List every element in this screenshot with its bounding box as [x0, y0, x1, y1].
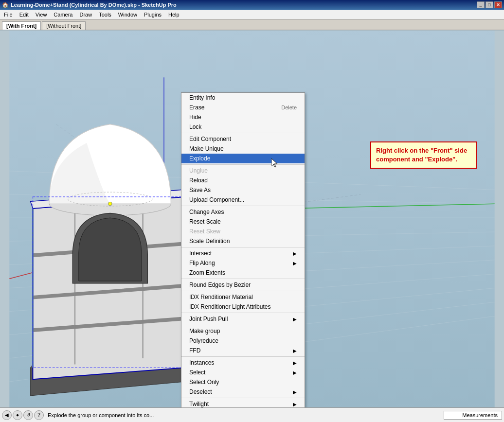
- svg-point-32: [108, 202, 112, 206]
- measurements-box: Measurements: [444, 411, 502, 420]
- menu-item-view[interactable]: View: [33, 11, 50, 18]
- titlebar-left: 🏠 Learning-Dome+Stand (Cylindrical By DO…: [2, 2, 177, 8]
- ctx-item-deselect[interactable]: Deselect▶: [181, 387, 305, 397]
- ctx-item-idx-material[interactable]: IDX Renditioner Material: [181, 292, 305, 302]
- minimize-button[interactable]: _: [477, 1, 485, 8]
- ctx-separator-after-lock: [181, 133, 305, 133]
- ctx-label-reset-scale: Reset Scale: [189, 218, 221, 225]
- ctx-item-reload[interactable]: Reload: [181, 176, 305, 185]
- tab-0[interactable]: [With Front]: [2, 21, 41, 30]
- help-icon[interactable]: ?: [34, 410, 44, 420]
- menu-item-window[interactable]: Window: [115, 11, 140, 18]
- menu-item-file[interactable]: File: [1, 11, 16, 18]
- ctx-item-edit-component[interactable]: Edit Component: [181, 134, 305, 144]
- ctx-item-intersect[interactable]: Intersect▶: [181, 248, 305, 258]
- ctx-label-entity-info: Entity Info: [189, 94, 215, 101]
- ctx-item-ffd[interactable]: FFD▶: [181, 346, 305, 355]
- tab-1[interactable]: [Without Front]: [42, 21, 86, 30]
- menu-item-plugins[interactable]: Plugins: [141, 11, 164, 18]
- ctx-item-save-as[interactable]: Save As: [181, 185, 305, 195]
- ctx-item-upload-component[interactable]: Upload Component...: [181, 195, 305, 205]
- ctx-separator-after-ffd: [181, 356, 305, 357]
- tabs: [With Front][Without Front]: [0, 19, 504, 30]
- ctx-item-unglue: Unglue: [181, 166, 305, 176]
- status-icon-2[interactable]: ●: [13, 410, 22, 420]
- ctx-label-unglue: Unglue: [189, 167, 208, 174]
- menu-item-camera[interactable]: Camera: [51, 11, 75, 18]
- ctx-label-explode: Explode: [189, 155, 210, 162]
- app-icon: 🏠: [2, 2, 9, 8]
- ctx-arrow-intersect: ▶: [293, 251, 297, 256]
- context-menu: Entity InfoEraseDeleteHideLockEdit Compo…: [181, 92, 305, 407]
- ctx-label-scale-definition: Scale Definition: [189, 238, 230, 245]
- ctx-item-reset-skew: Reset Skew: [181, 227, 305, 236]
- status-icon-3[interactable]: ↺: [23, 410, 33, 420]
- titlebar-title: Learning-Dome+Stand (Cylindrical By DOme…: [11, 2, 177, 8]
- ctx-item-flip-along[interactable]: Flip Along▶: [181, 258, 305, 268]
- ctx-item-lock[interactable]: Lock: [181, 122, 305, 132]
- ctx-item-joint-push-pull[interactable]: Joint Push Pull▶: [181, 314, 305, 324]
- menu-item-tools[interactable]: Tools: [96, 11, 114, 18]
- ctx-item-select-only[interactable]: Select Only: [181, 377, 305, 387]
- ctx-arrow-ffd: ▶: [293, 348, 297, 353]
- ctx-label-select-only: Select Only: [189, 379, 219, 386]
- ctx-item-entity-info[interactable]: Entity Info: [181, 93, 305, 103]
- ctx-label-lock: Lock: [189, 123, 201, 130]
- maximize-button[interactable]: □: [486, 1, 493, 8]
- ctx-label-joint-push-pull: Joint Push Pull: [189, 316, 228, 322]
- menu-item-edit[interactable]: Edit: [17, 11, 32, 18]
- ctx-label-intersect: Intersect: [189, 250, 212, 257]
- ctx-arrow-instances: ▶: [293, 360, 297, 366]
- ctx-separator-after-idx-light: [181, 313, 305, 313]
- ctx-item-make-unique[interactable]: Make Unique: [181, 144, 305, 154]
- menu-item-draw[interactable]: Draw: [76, 11, 95, 18]
- close-button[interactable]: ✕: [494, 1, 502, 8]
- ctx-item-erase[interactable]: EraseDelete: [181, 103, 305, 112]
- ctx-label-deselect: Deselect: [189, 388, 212, 395]
- ctx-item-round-edges[interactable]: Round Edges by Bezier: [181, 280, 305, 290]
- titlebar: 🏠 Learning-Dome+Stand (Cylindrical By DO…: [0, 0, 504, 10]
- ctx-item-explode[interactable]: Explode: [181, 154, 305, 163]
- ctx-item-select[interactable]: Select▶: [181, 368, 305, 377]
- ctx-label-make-unique: Make Unique: [189, 145, 224, 152]
- measurements-label: Measurements: [462, 412, 498, 418]
- ctx-label-reset-skew: Reset Skew: [189, 228, 220, 235]
- canvas-area: Entity InfoEraseDeleteHideLockEdit Compo…: [0, 31, 504, 407]
- annotation-text: Right click on the "Front" side componen…: [376, 147, 467, 163]
- ctx-label-ffd: FFD: [189, 347, 200, 354]
- ctx-label-upload-component: Upload Component...: [189, 196, 244, 203]
- ctx-label-round-edges: Round Edges by Bezier: [189, 281, 251, 288]
- ctx-separator-after-explode: [181, 164, 305, 165]
- ctx-arrow-twilight: ▶: [293, 402, 297, 407]
- ctx-separator-after-joint-push-pull: [181, 325, 305, 325]
- ctx-label-edit-component: Edit Component: [189, 136, 231, 142]
- ctx-item-make-group[interactable]: Make group: [181, 326, 305, 336]
- ctx-label-save-as: Save As: [189, 187, 211, 193]
- status-icon-1[interactable]: ◀: [2, 410, 12, 420]
- ctx-label-idx-light: IDX Renditioner Light Attributes: [189, 303, 270, 310]
- menu-item-help[interactable]: Help: [165, 11, 182, 18]
- ctx-item-twilight[interactable]: Twilight▶: [181, 399, 305, 407]
- ctx-item-scale-definition[interactable]: Scale Definition: [181, 236, 305, 246]
- ctx-label-twilight: Twilight: [189, 401, 209, 407]
- ctx-separator-after-deselect: [181, 398, 305, 398]
- ctx-item-reset-scale[interactable]: Reset Scale: [181, 217, 305, 227]
- ctx-item-hide[interactable]: Hide: [181, 112, 305, 122]
- menubar: FileEditViewCameraDrawToolsWindowPlugins…: [0, 10, 504, 19]
- ctx-label-change-axes: Change Axes: [189, 209, 224, 215]
- statusbar-icons: ◀ ● ↺ ?: [2, 410, 44, 420]
- ctx-item-polyreduce[interactable]: Polyreduce: [181, 336, 305, 346]
- annotation-box: Right click on the "Front" side componen…: [370, 141, 477, 169]
- ctx-label-polyreduce: Polyreduce: [189, 337, 218, 344]
- ctx-label-flip-along: Flip Along: [189, 260, 215, 266]
- ctx-label-zoom-extents: Zoom Extents: [189, 269, 225, 276]
- ctx-item-change-axes[interactable]: Change Axes: [181, 207, 305, 217]
- statusbar: ◀ ● ↺ ? Explode the group or component i…: [0, 407, 504, 422]
- ctx-separator-after-zoom-extents: [181, 279, 305, 279]
- ctx-item-idx-light[interactable]: IDX Renditioner Light Attributes: [181, 302, 305, 312]
- titlebar-controls[interactable]: _ □ ✕: [477, 1, 502, 8]
- ctx-item-instances[interactable]: Instances▶: [181, 358, 305, 368]
- ctx-label-instances: Instances: [189, 359, 214, 366]
- ctx-shortcut-erase: Delete: [281, 105, 297, 110]
- ctx-item-zoom-extents[interactable]: Zoom Extents: [181, 268, 305, 278]
